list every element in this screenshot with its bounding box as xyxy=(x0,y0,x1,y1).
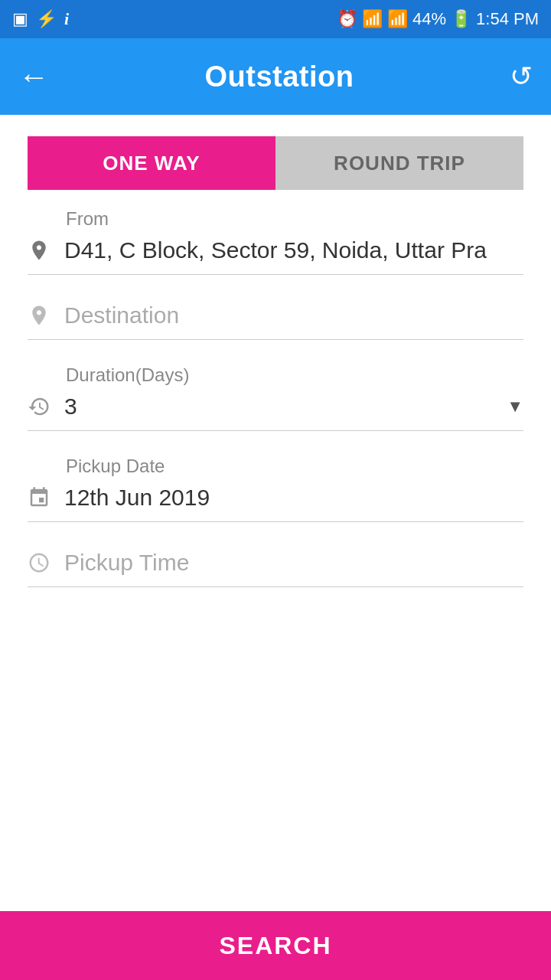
from-field-row: D41, C Block, Sector 59, Noida, Uttar Pr… xyxy=(28,234,523,275)
duration-label: Duration(Days) xyxy=(28,364,523,386)
battery-icon: 🔋 xyxy=(451,9,471,29)
destination-location-icon xyxy=(28,304,64,327)
destination-field-row xyxy=(28,299,523,340)
battery-level: 44% xyxy=(412,9,446,29)
from-value[interactable]: D41, C Block, Sector 59, Noida, Uttar Pr… xyxy=(64,234,523,266)
back-button[interactable]: ← xyxy=(18,60,49,94)
usb-icon: ⚡ xyxy=(36,9,57,29)
from-label: From xyxy=(28,208,523,230)
pickup-date-field-row: 12th Jun 2019 xyxy=(28,482,523,522)
signal-icon: 📶 xyxy=(387,9,408,29)
app-bar: ← Outstation ↺ xyxy=(0,38,551,115)
pickup-time-field-row xyxy=(28,547,523,587)
pickup-time-input[interactable] xyxy=(64,547,523,579)
destination-input[interactable] xyxy=(64,299,523,332)
pickup-date-label: Pickup Date xyxy=(28,456,523,477)
duration-field-row: 3 ▼ xyxy=(28,390,523,431)
wifi-icon: 📶 xyxy=(362,9,383,29)
refresh-button[interactable]: ↺ xyxy=(510,60,533,93)
duration-clock-icon xyxy=(28,395,64,418)
status-bar-left: ▣ ⚡ i xyxy=(12,9,69,29)
from-field-group: From D41, C Block, Sector 59, Noida, Utt… xyxy=(28,208,523,275)
round-trip-tab[interactable]: ROUND TRIP xyxy=(276,136,523,190)
search-button[interactable]: SEARCH xyxy=(0,911,551,980)
calendar-icon xyxy=(28,486,64,509)
alarm-icon: ⏰ xyxy=(337,9,357,29)
content-area: ONE WAY ROUND TRIP From D41, C Block, Se… xyxy=(0,115,551,704)
pickup-date-field-group: Pickup Date 12th Jun 2019 xyxy=(28,456,523,522)
trip-type-toggle: ONE WAY ROUND TRIP xyxy=(0,115,551,208)
pickup-date-value[interactable]: 12th Jun 2019 xyxy=(64,482,523,514)
time-display: 1:54 PM xyxy=(476,9,539,29)
page-title: Outstation xyxy=(205,60,354,93)
duration-field-group: Duration(Days) 3 ▼ xyxy=(28,364,523,431)
screen-icon: ▣ xyxy=(12,9,28,29)
duration-dropdown-icon[interactable]: ▼ xyxy=(507,397,523,416)
booking-form: From D41, C Block, Sector 59, Noida, Utt… xyxy=(0,208,551,587)
status-bar-right: ⏰ 📶 📶 44% 🔋 1:54 PM xyxy=(337,9,539,29)
one-way-tab[interactable]: ONE WAY xyxy=(28,136,276,190)
status-bar: ▣ ⚡ i ⏰ 📶 📶 44% 🔋 1:54 PM xyxy=(0,0,551,38)
pickup-time-field-group xyxy=(28,547,523,587)
info-icon: i xyxy=(64,9,69,29)
destination-field-group xyxy=(28,299,523,340)
duration-value[interactable]: 3 xyxy=(64,390,507,423)
time-clock-icon xyxy=(28,551,64,574)
location-icon xyxy=(28,239,64,262)
